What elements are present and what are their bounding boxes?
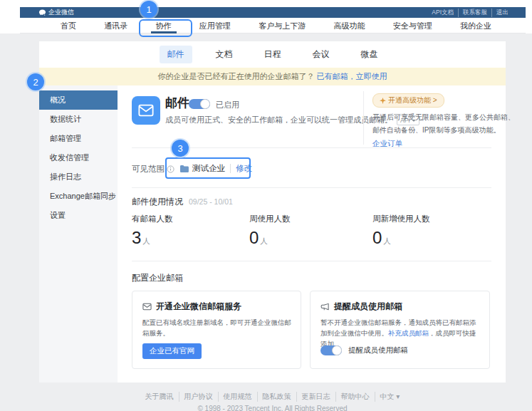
usage-section-title: 邮件使用情况09/25 - 10/01 — [132, 196, 233, 208]
megaphone-icon — [320, 303, 330, 311]
remind-toggle-label: 提醒成员使用邮箱 — [348, 345, 408, 355]
stat-weekly-new-users: 周新增使用人数 0人 — [372, 214, 486, 248]
notice-text: 你的企业是否已经有正在使用的企业邮箱了？ — [158, 71, 315, 82]
promo-text-line2: 邮件自动备份、IP限制等多项高级功能。 — [372, 125, 501, 135]
mail-enabled-toggle[interactable] — [189, 99, 210, 109]
api-docs-link[interactable]: API文档 — [427, 9, 459, 17]
nav-item-advanced[interactable]: 高级功能 — [333, 18, 365, 33]
remind-toggle-row: 提醒成员使用邮箱 — [320, 345, 408, 355]
logout-link[interactable]: 退出 — [492, 9, 513, 17]
stat-value: 0 — [372, 228, 382, 247]
changelog-link[interactable]: 更新日志 — [297, 392, 336, 402]
topbar: 企业微信 API文档 联系客服 退出 — [20, 7, 526, 18]
toggle-knob — [200, 99, 210, 109]
app-logo[interactable]: 企业微信 — [38, 8, 74, 17]
nav-item-security[interactable]: 安全与管理 — [393, 18, 432, 33]
usage-rules-link[interactable]: 使用规范 — [219, 392, 258, 402]
about-tencent-link[interactable]: 关于腾讯 — [140, 392, 179, 402]
sparkle-icon — [380, 98, 386, 104]
stat-mailbox-users: 有邮箱人数 3人 — [132, 214, 246, 248]
sidebar-item-statistics[interactable]: 数据统计 — [39, 110, 118, 129]
nav-item-customers[interactable]: 客户与上下游 — [259, 18, 306, 33]
tab-calendar[interactable]: 日程 — [256, 46, 289, 63]
nav-item-my-company[interactable]: 我的企业 — [460, 18, 491, 33]
footer: 关于腾讯 用户协议 使用规范 隐私政策 更新日志 帮助中心 中文 ▾ © 199… — [39, 389, 506, 411]
stat-weekly-users: 周使用人数 0人 — [249, 214, 363, 248]
nav-item-home[interactable]: 首页 — [61, 18, 76, 33]
page: 企业微信 API文档 联系客服 退出 首页 通讯录 协作 应用管理 客户与上下游… — [0, 0, 532, 411]
annotation-step-3-badge: 3 — [172, 140, 189, 157]
subtabs: 邮件 文档 日程 会议 微盘 — [39, 41, 506, 68]
config-section-title: 配置企业邮箱 — [132, 272, 183, 284]
mail-title: 邮件 — [165, 95, 189, 111]
sidebar-item-exchange-sync[interactable]: Exchange邮箱同步 — [39, 187, 118, 206]
remind-members-card: 提醒成员使用邮箱 暂不开通企业微信邮箱服务，通知成员将已有邮箱添加到企业微信中使… — [310, 291, 490, 369]
sidebar-item-settings[interactable]: 设置 — [39, 206, 118, 225]
sidebar-item-overview[interactable]: 概况 — [39, 90, 118, 110]
annotation-step-2-badge: 2 — [27, 73, 44, 90]
main-content: 邮件 已启用 成员可使用正式、安全的工作邮箱，企业可以统一管理成员邮箱。API … — [118, 85, 506, 383]
tab-mail[interactable]: 邮件 — [160, 46, 192, 63]
vertical-divider — [363, 91, 364, 145]
envelope-outline-icon — [142, 303, 152, 311]
card-title: 开通企业微信邮箱服务 — [142, 301, 241, 313]
stat-unit: 人 — [260, 236, 268, 245]
divider — [132, 187, 491, 188]
wechat-work-bubble-icon — [38, 9, 46, 16]
main-nav: 首页 通讯录 协作 应用管理 客户与上下游 高级功能 安全与管理 我的企业 — [20, 18, 526, 33]
annotation-rect-collaboration-tab — [139, 19, 192, 37]
divider — [132, 261, 491, 261]
tab-docs[interactable]: 文档 — [208, 46, 241, 63]
sidebar-item-operation-log[interactable]: 操作日志 — [39, 167, 118, 187]
premium-promo: 开通高级功能 > 开通后可享受无限邮箱容量、更多公共邮箱、 邮件自动备份、IP限… — [372, 93, 501, 149]
user-agreement-link[interactable]: 用户协议 — [179, 392, 219, 402]
copyright: © 1998 - 2023 Tencent Inc. All Rights Re… — [39, 405, 506, 411]
sidebar-item-mailbox-management[interactable]: 邮箱管理 — [39, 129, 118, 148]
contact-support-link[interactable]: 联系客服 — [459, 9, 492, 17]
tab-meeting[interactable]: 会议 — [305, 46, 338, 63]
help-center-link[interactable]: 帮助中心 — [336, 392, 375, 402]
envelope-icon — [138, 104, 154, 117]
open-mailbox-service-card: 开通企业微信邮箱服务 配置已有域名或注册新域名，即可开通企业微信邮箱服务。 企业… — [132, 291, 301, 369]
topbar-links: API文档 联系客服 退出 — [427, 9, 513, 17]
stat-unit: 人 — [383, 236, 391, 245]
sidebar-item-send-receive[interactable]: 收发信管理 — [39, 148, 118, 167]
annotation-rect-scope-box — [165, 157, 251, 179]
usage-date-range: 09/25 - 10/01 — [189, 197, 233, 206]
stat-value: 3 — [132, 228, 141, 247]
card-description: 暂不开通企业微信邮箱服务，通知成员将已有邮箱添加到企业微信中使用。补充成员邮箱，… — [320, 317, 482, 349]
notice-banner: 你的企业是否已经有正在使用的企业邮箱了？ 已有邮箱，立即使用 — [39, 68, 506, 85]
tab-drive[interactable]: 微盘 — [353, 46, 386, 63]
mail-app-icon — [132, 96, 160, 125]
stat-value: 0 — [249, 228, 259, 247]
annotation-step-1-badge: 1 — [140, 1, 157, 18]
nav-item-contacts[interactable]: 通讯录 — [104, 18, 127, 33]
stat-unit: 人 — [142, 236, 150, 245]
sidebar: 概况 数据统计 邮箱管理 收发信管理 操作日志 Exchange邮箱同步 设置 — [39, 85, 118, 383]
privacy-policy-link[interactable]: 隐私政策 — [258, 392, 297, 402]
content-card: 邮件 文档 日程 会议 微盘 你的企业是否已经有正在使用的企业邮箱了？ 已有邮箱… — [39, 41, 506, 383]
promo-text-line1: 开通后可享受无限邮箱容量、更多公共邮箱、 — [372, 113, 501, 123]
toggle-knob — [332, 345, 342, 355]
app-logo-label: 企业微信 — [48, 8, 74, 17]
mail-status-label: 已启用 — [216, 100, 239, 110]
card-title: 提醒成员使用邮箱 — [320, 301, 402, 313]
supplement-member-mailbox-link[interactable]: 补充成员邮箱 — [388, 329, 429, 337]
nav-item-app-management[interactable]: 应用管理 — [199, 18, 231, 33]
language-selector[interactable]: 中文 ▾ — [375, 392, 405, 402]
upgrade-premium-button[interactable]: 开通高级功能 > — [372, 93, 444, 108]
remind-members-toggle[interactable] — [320, 345, 342, 355]
use-existing-mailbox-link[interactable]: 已有邮箱，立即使用 — [317, 71, 387, 82]
company-has-website-button[interactable]: 企业已有官网 — [142, 343, 202, 359]
card-description: 配置已有域名或注册新域名，即可开通企业微信邮箱服务。 — [142, 317, 293, 338]
footer-links: 关于腾讯 用户协议 使用规范 隐私政策 更新日志 帮助中心 中文 ▾ — [140, 392, 405, 402]
